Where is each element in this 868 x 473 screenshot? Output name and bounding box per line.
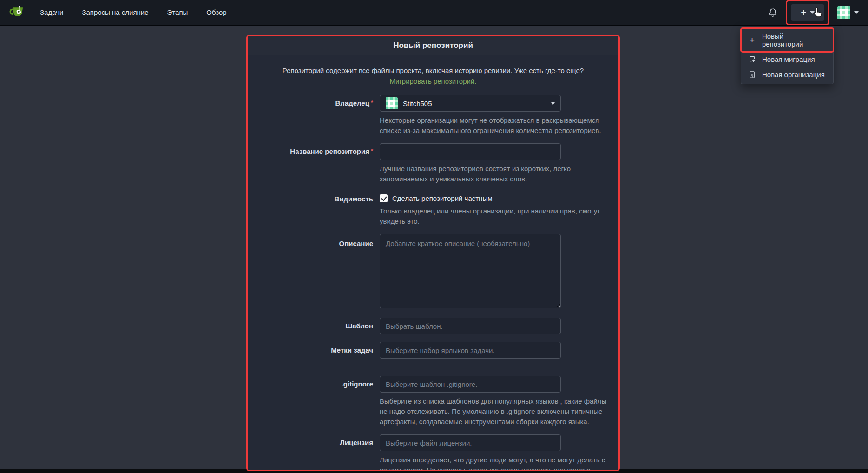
template-row: Шаблон (258, 318, 608, 334)
new-repository-form: Новый репозиторий Репозиторий содержит в… (248, 36, 618, 470)
private-checkbox-label: Сделать репозиторий частным (392, 194, 493, 202)
migrate-icon (748, 55, 756, 63)
issue-labels-label: Метки задач (258, 342, 373, 359)
gitignore-input[interactable] (380, 376, 561, 393)
nav-item-milestones[interactable]: Этапы (167, 8, 188, 16)
create-new-dropdown: + Новый репозиторий Новая миграция Новая… (741, 27, 834, 84)
gitea-logo-icon[interactable] (9, 5, 25, 20)
repo-name-row: Название репозитория* Лучшие названия ре… (258, 143, 608, 184)
description-row: Описание (258, 234, 608, 310)
owner-avatar (386, 97, 398, 109)
menu-item-new-repository[interactable]: + Новый репозиторий (741, 28, 833, 52)
app-screen: Задачи Запросы на слияние Этапы Обзор + (0, 0, 868, 473)
plus-icon: + (801, 7, 806, 18)
owner-value: Stitch505 (403, 100, 432, 107)
license-input[interactable] (380, 434, 561, 451)
license-help-sentence: Лицензия определяет, что другие люди мог… (380, 456, 605, 471)
create-new-annotation-box: + (791, 4, 824, 21)
owner-select[interactable]: Stitch505 (380, 95, 561, 112)
menu-item-new-migration[interactable]: Новая миграция (741, 52, 833, 67)
visibility-help-text: Только владелец или члены организации, п… (380, 206, 608, 227)
repo-name-label: Название репозитория* (258, 143, 373, 184)
form-body: Репозиторий содержит все файлы проекта, … (248, 55, 618, 471)
primary-nav: Задачи Запросы на слияние Этапы Обзор (40, 8, 227, 16)
repo-name-help-text: Лучшие названия репозиториев состоят из … (380, 164, 608, 184)
owner-help-text: Некоторые организации могут не отображат… (380, 115, 608, 136)
notifications-bell-icon[interactable] (768, 7, 778, 18)
license-row: Лицензия Лицензия определяет, что другие… (258, 434, 608, 471)
organization-icon (748, 71, 756, 79)
visibility-row: Видимость Сделать репозиторий частным То… (258, 192, 608, 227)
template-label: Шаблон (258, 318, 373, 334)
template-input[interactable] (380, 318, 561, 334)
create-new-button[interactable]: + (791, 4, 824, 21)
gitignore-help-text: Выберите из списка шаблонов для популярн… (380, 396, 608, 427)
description-label: Описание (258, 234, 373, 310)
caret-down-icon (551, 102, 555, 105)
description-textarea[interactable] (380, 234, 561, 308)
visibility-label: Видимость (258, 192, 373, 227)
user-avatar-menu[interactable] (837, 6, 859, 19)
private-checkbox[interactable] (380, 194, 388, 202)
required-asterisk: * (371, 147, 373, 154)
form-header: Новый репозиторий (248, 36, 618, 55)
section-divider (258, 366, 608, 366)
plus-icon: + (748, 36, 756, 44)
repo-name-input[interactable] (380, 143, 561, 160)
intro-text: Репозиторий содержит все файлы проекта, … (270, 66, 596, 87)
license-help-text: Лицензия определяет, что другие люди мог… (380, 455, 608, 471)
owner-label: Владелец* (258, 95, 373, 136)
gitignore-row: .gitignore Выберите из списка шаблонов д… (258, 376, 608, 427)
menu-item-new-organization[interactable]: Новая организация (741, 67, 833, 82)
navbar-right-group: + (768, 4, 859, 21)
nav-item-pull-requests[interactable]: Запросы на слияние (82, 8, 148, 16)
caret-down-icon (854, 11, 859, 14)
form-annotation-box: Новый репозиторий Репозиторий содержит в… (246, 35, 620, 471)
migrate-repository-link[interactable]: Мигрировать репозиторий. (390, 77, 477, 85)
nav-item-issues[interactable]: Задачи (40, 8, 63, 16)
page-title: Новый репозиторий (393, 41, 473, 50)
gitignore-label: .gitignore (258, 376, 373, 427)
nav-item-explore[interactable]: Обзор (206, 8, 226, 16)
menu-item-label: Новая миграция (762, 55, 815, 63)
caret-down-icon (810, 11, 815, 14)
top-navbar: Задачи Запросы на слияние Этапы Обзор + (0, 0, 868, 26)
menu-item-label: Новый репозиторий (762, 32, 826, 48)
user-avatar (837, 6, 850, 19)
intro-sentence: Репозиторий содержит все файлы проекта, … (283, 67, 584, 74)
owner-row: Владелец* Stitch505 Некоторые (258, 95, 608, 136)
issue-labels-input[interactable] (380, 342, 561, 359)
issue-labels-row: Метки задач (258, 342, 608, 359)
required-asterisk: * (371, 99, 373, 106)
license-label: Лицензия (258, 434, 373, 471)
menu-item-label: Новая организация (762, 71, 825, 79)
